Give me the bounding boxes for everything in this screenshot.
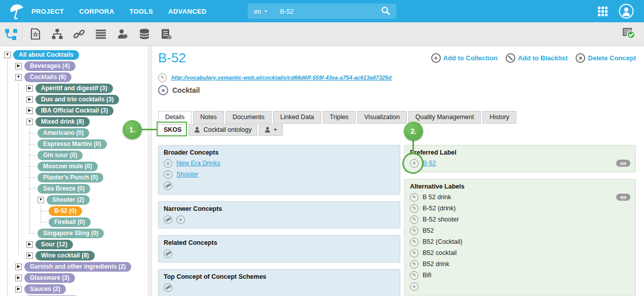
subtab-add-schema[interactable]: + <box>259 124 283 136</box>
tree-item: Sea Breeze (0) <box>0 183 148 194</box>
tree-item: Planter's Punch (0) <box>0 172 148 183</box>
tree-item-label[interactable]: Shooter (2) <box>47 195 90 205</box>
edit-pencil-circle-icon[interactable]: ✎ <box>410 193 419 202</box>
tab-history[interactable]: History <box>482 111 516 124</box>
link-circle-icon[interactable] <box>164 249 172 258</box>
menu-tools[interactable]: TOOLS <box>129 8 153 15</box>
tree-item-label[interactable]: Gin sour (0) <box>37 151 83 160</box>
tree-item-label[interactable]: Planter's Punch (0) <box>37 173 103 182</box>
collapse-icon[interactable]: ▼ <box>15 74 22 81</box>
link-circle-icon[interactable] <box>164 283 172 292</box>
broader-concept-link[interactable]: Shooter <box>176 171 199 178</box>
bookmarked-document-icon[interactable] <box>24 28 46 40</box>
tree-item: Espresso Martini (0) <box>0 138 148 150</box>
tree-item-label[interactable]: IBA Official Cocktail (3) <box>35 106 113 116</box>
edit-pencil-circle-icon[interactable]: ✎ <box>410 271 419 280</box>
tab-visualization[interactable]: Visualization <box>357 111 407 124</box>
collapse-icon[interactable]: ▼ <box>37 197 44 203</box>
collapse-icon[interactable]: ▼ <box>4 52 11 58</box>
edit-pencil-circle-icon[interactable]: ✎ <box>410 238 419 246</box>
tree-item-label[interactable]: Glassware (3) <box>24 273 75 283</box>
expand-icon[interactable]: ▶ <box>26 85 33 92</box>
tab-documents[interactable]: Documents <box>225 111 272 124</box>
repository-icon[interactable] <box>155 28 177 40</box>
annotation-highlight-ring <box>402 153 424 174</box>
tree-item-label[interactable]: Moscow mule (0) <box>37 162 98 171</box>
concept-tree-icon[interactable] <box>0 27 22 41</box>
link-circle-icon[interactable] <box>164 215 172 224</box>
tree-item-label[interactable]: Cocktails (6) <box>24 72 71 82</box>
tree-item-label[interactable]: All about Cocktails <box>13 50 79 60</box>
remove-x-circle-icon[interactable]: × <box>164 170 172 179</box>
add-to-collection-label: Add to Collection <box>443 54 498 62</box>
link-circle-icon[interactable] <box>164 181 172 190</box>
search-icon[interactable] <box>381 6 390 17</box>
edit-pencil-circle-icon[interactable]: ✎ <box>410 215 419 224</box>
tree-item-label[interactable]: Singapore Sling (0) <box>37 229 104 238</box>
tree-item-label[interactable]: Americano (0) <box>37 128 89 138</box>
expand-icon[interactable]: ▶ <box>26 241 33 248</box>
add-plus-circle-icon[interactable]: + <box>176 215 185 224</box>
alt-label-row: ✎ B 52 drink en <box>410 192 630 203</box>
subtab-cocktail-ontology[interactable]: Cocktail ontology <box>188 124 257 136</box>
search-input[interactable]: B-52 <box>280 8 381 15</box>
remove-x-circle-icon[interactable]: × <box>164 159 172 168</box>
database-icon[interactable] <box>133 28 155 40</box>
tree-item-label[interactable]: Garnish and other ingredients (2) <box>24 262 131 272</box>
tree-item-label[interactable]: Beverages (4) <box>24 61 75 71</box>
tree-item: ▶ Wine cocktail (8) <box>0 250 148 261</box>
alt-label-row: ✎ B52 <box>410 225 630 236</box>
expand-icon[interactable]: ▶ <box>26 96 33 103</box>
expand-icon[interactable]: ▶ <box>15 286 22 292</box>
tab-linked-data[interactable]: Linked Data <box>273 111 321 124</box>
sidebar-divider[interactable] <box>148 46 152 296</box>
user-administration-icon[interactable] <box>111 28 133 40</box>
tree-item-label[interactable]: Fireball (0) <box>49 217 91 227</box>
user-avatar-icon[interactable] <box>619 4 634 21</box>
preferred-label-link[interactable]: B-52 <box>423 160 436 167</box>
menu-advanced[interactable]: ADVANCED <box>168 8 207 15</box>
list-icon[interactable] <box>90 28 111 40</box>
hierarchy-icon[interactable] <box>46 28 68 40</box>
tree-item-label[interactable]: B-52 (0) <box>49 206 82 216</box>
tree-item: ▶ Glassware (3) <box>0 272 148 283</box>
edit-uri-pencil-icon[interactable]: ✎ <box>158 73 167 82</box>
add-to-collection-button[interactable]: + Add to Collection <box>431 53 498 63</box>
expand-icon[interactable]: ▶ <box>15 264 22 270</box>
concept-uri-link[interactable]: http://vocabulary.semantic-web.at/cockta… <box>171 75 392 81</box>
collapse-icon[interactable]: ▼ <box>26 119 33 125</box>
tree-item-label[interactable]: Mixed drink (8) <box>35 117 90 127</box>
menu-corpora[interactable]: CORPORA <box>79 8 114 15</box>
status-check-icon[interactable] <box>622 26 636 42</box>
edit-pencil-circle-icon[interactable]: ✎ <box>410 249 419 257</box>
edit-pencil-circle-icon[interactable]: ✎ <box>410 204 419 213</box>
expand-icon[interactable]: ▶ <box>15 63 22 69</box>
tab-triples[interactable]: Triples <box>323 111 356 124</box>
app-grid-icon[interactable] <box>598 7 608 16</box>
expand-icon[interactable]: ▶ <box>26 252 33 259</box>
links-icon[interactable] <box>68 28 90 40</box>
search-language-dropdown[interactable]: en ▼ <box>254 8 268 15</box>
tree-item-label[interactable]: Sauces (2) <box>24 284 66 294</box>
alt-label-row: ✎ Bifi <box>410 270 630 281</box>
poolparty-umbrella-icon[interactable] <box>8 3 25 22</box>
add-to-blacklist-button[interactable]: Add to Blacklist <box>506 53 567 63</box>
delete-concept-button[interactable]: × Delete Concept <box>576 53 636 63</box>
menu-project[interactable]: PROJECT <box>31 8 64 15</box>
tree-item-label[interactable]: Wine cocktail (8) <box>35 251 95 261</box>
add-plus-circle-icon[interactable]: + <box>410 282 419 291</box>
tree-item-label[interactable]: Apéritif and digestif (3) <box>35 84 113 93</box>
broader-concept-link[interactable]: New Era Drinks <box>176 160 220 167</box>
edit-pencil-circle-icon[interactable]: ✎ <box>410 260 419 269</box>
tree-item-label[interactable]: Duo and trio cocktails (3) <box>35 95 119 104</box>
tree-item-label[interactable]: Sour (12) <box>35 240 73 249</box>
expand-icon[interactable]: ▶ <box>26 107 33 114</box>
tree-item-label[interactable]: Espresso Martini (0) <box>37 139 107 149</box>
search-box[interactable]: en ▼ B-52 <box>248 4 396 19</box>
alt-label-row: ✎ B52 cocktail <box>410 247 630 258</box>
tab-notes[interactable]: Notes <box>193 111 224 124</box>
tab-quality-management[interactable]: Quality Management <box>408 111 481 124</box>
tree-item-label[interactable]: Sea Breeze (0) <box>37 184 90 194</box>
expand-icon[interactable]: ▶ <box>15 275 22 281</box>
edit-pencil-circle-icon[interactable]: ✎ <box>410 227 419 235</box>
